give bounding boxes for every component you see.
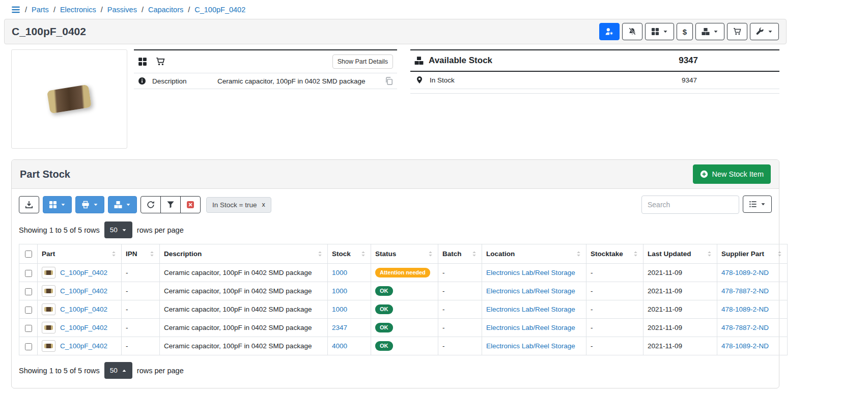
breadcrumb-link[interactable]: Electronics — [60, 6, 96, 14]
location-link[interactable]: Electronics Lab/Reel Storage — [486, 287, 575, 295]
reload-button[interactable] — [141, 196, 161, 213]
column-header-stock[interactable]: Stock — [328, 244, 371, 264]
breadcrumb-separator: / — [53, 6, 55, 14]
table-row: C_100pF_0402 - Ceramic capacitor, 100pF … — [19, 282, 788, 300]
copy-icon[interactable] — [385, 77, 393, 85]
part-cell: C_100pF_0402 — [38, 337, 122, 355]
view-mode-dropdown[interactable] — [743, 196, 772, 213]
column-header-description[interactable]: Description — [160, 244, 328, 264]
part-thumbnail — [42, 267, 55, 279]
stock-link[interactable]: 2347 — [332, 324, 347, 331]
stock-link[interactable]: 1000 — [332, 305, 347, 313]
part-link[interactable]: C_100pF_0402 — [60, 324, 107, 331]
grid-icon — [138, 57, 147, 66]
stock-options-dropdown[interactable] — [108, 196, 137, 213]
menu-toggle-icon[interactable] — [11, 5, 20, 14]
stock-actions-dropdown[interactable] — [695, 23, 724, 40]
table-header-row: Part IPN Description Stock Status Batch … — [19, 244, 788, 264]
status-badge: OK — [375, 323, 393, 332]
breadcrumb-link[interactable]: Passives — [107, 6, 137, 14]
subscribe-button[interactable] — [599, 23, 620, 40]
part-stock-body: In Stock = true x Showing 1 to 5 of 5 ro… — [12, 189, 779, 388]
caret-down-icon — [713, 29, 718, 34]
show-part-details-button[interactable]: Show Part Details — [332, 54, 393, 69]
print-actions-dropdown[interactable] — [75, 196, 104, 213]
filter-button[interactable] — [160, 196, 181, 213]
row-checkbox[interactable] — [25, 288, 32, 295]
select-all-checkbox[interactable] — [25, 251, 32, 258]
sort-icon — [776, 251, 783, 257]
part-link[interactable]: C_100pF_0402 — [60, 287, 107, 295]
order-button[interactable] — [727, 23, 747, 40]
part-actions-dropdown[interactable] — [750, 23, 779, 40]
page-size-selector[interactable]: 50 — [104, 362, 132, 379]
barcode-actions-dropdown[interactable] — [43, 196, 72, 213]
clear-filters-button[interactable] — [180, 196, 201, 213]
column-header-last-updated[interactable]: Last Updated — [643, 244, 717, 264]
row-checkbox[interactable] — [25, 343, 32, 350]
cart-icon — [733, 27, 741, 36]
column-header-location[interactable]: Location — [482, 244, 586, 264]
column-header-ipn[interactable]: IPN — [122, 244, 160, 264]
supplier-part-link[interactable]: 478-7887-2-ND — [721, 287, 769, 295]
search-input[interactable] — [641, 196, 739, 214]
status-cell: Attention needed — [371, 264, 438, 282]
in-stock-value: 9347 — [682, 76, 697, 84]
column-header-status[interactable]: Status — [371, 244, 438, 264]
column-header-stocktake[interactable]: Stocktake — [586, 244, 643, 264]
part-cell: C_100pF_0402 — [38, 264, 122, 282]
description-cell: Ceramic capacitor, 100pF in 0402 SMD pac… — [160, 282, 328, 300]
page-size-selector[interactable]: 50 — [104, 221, 132, 238]
capacitor-thumb-image — [44, 325, 53, 330]
download-button[interactable] — [19, 196, 39, 213]
filter-chip-close[interactable]: x — [262, 201, 265, 208]
capacitor-thumb-image — [44, 307, 53, 312]
breadcrumb-link[interactable]: C_100pF_0402 — [194, 6, 245, 14]
column-header-batch[interactable]: Batch — [438, 244, 482, 264]
part-link[interactable]: C_100pF_0402 — [60, 305, 107, 313]
stocktake-cell: - — [586, 300, 643, 319]
location-link[interactable]: Electronics Lab/Reel Storage — [486, 269, 575, 276]
stock-link[interactable]: 1000 — [332, 269, 347, 276]
supplier-part-link[interactable]: 478-7887-2-ND — [721, 324, 769, 331]
supplier-part-link[interactable]: 478-1089-2-ND — [721, 269, 769, 276]
part-image[interactable] — [11, 49, 127, 149]
location-cell: Electronics Lab/Reel Storage — [482, 337, 586, 355]
row-checkbox[interactable] — [25, 307, 32, 314]
supplier-part-link[interactable]: 478-1089-2-ND — [721, 305, 769, 313]
part-link[interactable]: C_100pF_0402 — [60, 342, 107, 350]
description-cell: Ceramic capacitor, 100pF in 0402 SMD pac… — [160, 319, 328, 337]
column-header-part[interactable]: Part — [38, 244, 122, 264]
supplier-part-link[interactable]: 478-1089-2-ND — [721, 342, 769, 350]
stock-panel-divider — [410, 89, 779, 94]
notifications-off-button[interactable] — [622, 23, 642, 40]
breadcrumb-link[interactable]: Capacitors — [148, 6, 183, 14]
stock-link[interactable]: 1000 — [332, 287, 347, 295]
location-link[interactable]: Electronics Lab/Reel Storage — [486, 342, 575, 350]
column-header-supplier-part[interactable]: Supplier Part — [717, 244, 788, 264]
location-link[interactable]: Electronics Lab/Reel Storage — [486, 305, 575, 313]
row-select-cell — [19, 300, 38, 319]
stock-cell: 1000 — [328, 264, 371, 282]
display-options-dropdown[interactable] — [645, 23, 674, 40]
stock-link[interactable]: 4000 — [332, 342, 347, 350]
breadcrumb: / Parts / Electronics / Passives / Capac… — [4, 0, 787, 19]
toolbar-right — [641, 196, 772, 214]
description-cell: Ceramic capacitor, 100pF in 0402 SMD pac… — [160, 337, 328, 355]
pricing-button[interactable]: $ — [677, 23, 693, 40]
location-link[interactable]: Electronics Lab/Reel Storage — [486, 324, 575, 331]
new-stock-item-button[interactable]: New Stock Item — [693, 164, 771, 184]
breadcrumb-link[interactable]: Parts — [32, 6, 49, 14]
capacitor-thumb-image — [44, 344, 53, 348]
capacitor-thumb-image — [44, 270, 53, 275]
row-checkbox[interactable] — [25, 270, 32, 277]
part-thumbnail — [42, 322, 55, 333]
supplier-part-cell: 478-1089-2-ND — [717, 300, 788, 319]
batch-cell: - — [438, 264, 482, 282]
pagination-bottom: Showing 1 to 5 of 5 rows 50 rows per pag… — [19, 362, 772, 379]
row-checkbox[interactable] — [25, 325, 32, 332]
sort-icon — [632, 251, 639, 257]
sort-icon — [110, 251, 117, 257]
sort-icon — [427, 251, 434, 257]
part-link[interactable]: C_100pF_0402 — [60, 269, 107, 276]
